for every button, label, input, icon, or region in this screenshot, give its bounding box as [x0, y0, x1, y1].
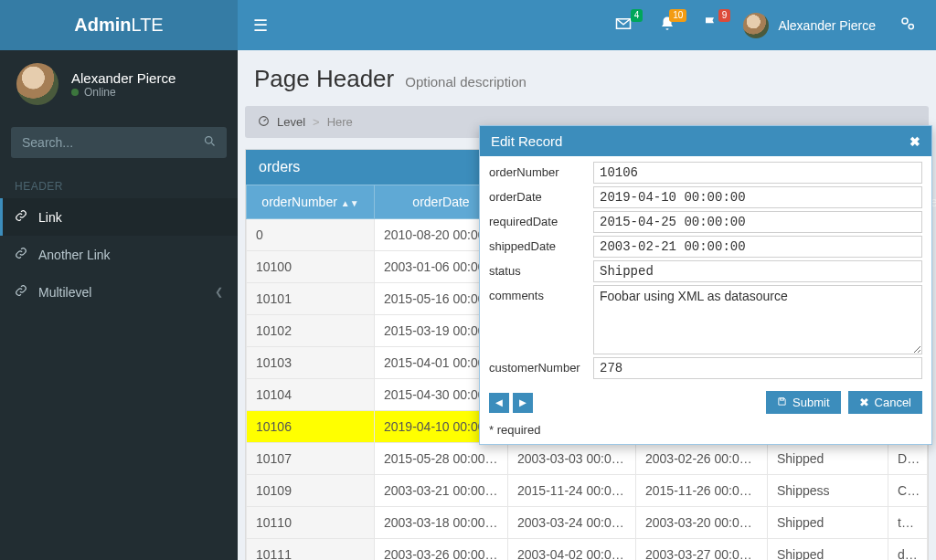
- input-requireddate[interactable]: [593, 211, 922, 233]
- table-row[interactable]: 101112003-03-26 00:00:002003-04-02 00:00…: [247, 539, 928, 561]
- messages-badge: 4: [631, 9, 644, 22]
- sidebar-item-label: Multilevel: [38, 285, 91, 300]
- caret-left-icon: ◄: [494, 396, 505, 409]
- brand-bold: Admin: [74, 15, 131, 35]
- required-note: * required: [480, 419, 931, 444]
- table-cell: 10103: [247, 347, 375, 379]
- table-cell: 2003-03-24 00:00:00: [508, 507, 636, 539]
- sidebar-user-status[interactable]: Online: [71, 86, 176, 99]
- input-ordernumber[interactable]: [593, 162, 922, 184]
- save-icon: [777, 396, 787, 409]
- table-cell: Shipped: [768, 539, 888, 561]
- table-cell: 2003-04-02 00:00:00: [508, 539, 636, 561]
- label-shippeddate: shippedDate: [489, 236, 593, 253]
- next-record-button[interactable]: ►: [513, 393, 533, 413]
- table-cell: 2003-03-26 00:00:00: [375, 539, 508, 561]
- svg-rect-4: [781, 398, 784, 400]
- avatar: [743, 13, 769, 38]
- input-comments[interactable]: [593, 285, 922, 354]
- table-cell: Diffic: [888, 443, 928, 475]
- table-cell: 2003-03-21 00:00:00: [375, 475, 508, 507]
- tasks-button[interactable]: 9: [699, 11, 723, 40]
- sidebar-user-name: Alexander Pierce: [71, 70, 176, 86]
- dashboard-icon: [258, 115, 270, 129]
- label-comments: comments: [489, 285, 593, 302]
- close-icon: ✖: [909, 134, 920, 149]
- link-icon: [15, 284, 27, 300]
- table-row[interactable]: 101072015-05-28 00:00:002003-03-03 00:00…: [247, 443, 928, 475]
- label-status: status: [489, 260, 593, 278]
- table-cell: Shipped: [768, 443, 888, 475]
- col-ordernumber[interactable]: orderNumber▲▼: [247, 185, 375, 219]
- sidebar-section-header: HEADER: [0, 171, 238, 198]
- dialog-title: Edit Record: [491, 133, 562, 149]
- input-customernumber[interactable]: [593, 357, 922, 379]
- table-row[interactable]: 101092003-03-21 00:00:002015-11-24 00:00…: [247, 475, 928, 507]
- label-requireddate: requiredDate: [489, 211, 593, 228]
- table-cell: test's: [888, 507, 928, 539]
- table-cell: 10107: [247, 443, 375, 475]
- table-cell: 2015-11-24 00:00:00: [508, 475, 636, 507]
- input-status[interactable]: [593, 260, 922, 282]
- close-icon: ✖: [859, 396, 869, 409]
- dialog-header[interactable]: Edit Record ✖: [480, 126, 931, 156]
- sidebar-item-label: Link: [38, 210, 62, 225]
- user-menu[interactable]: Alexander Pierce: [743, 13, 876, 38]
- table-cell: 2015-11-26 00:00:00: [636, 475, 768, 507]
- flag-icon: [703, 16, 719, 35]
- sidebar: Alexander Pierce Online HEADER Link Anot…: [0, 50, 238, 560]
- table-cell: Shippess: [768, 475, 888, 507]
- page-header: Page Header Optional description: [238, 50, 936, 100]
- search-button[interactable]: [193, 134, 227, 151]
- input-orderdate[interactable]: [593, 186, 922, 208]
- caret-right-icon: ►: [517, 396, 529, 409]
- table-cell: 10110: [247, 507, 375, 539]
- sidebar-item-another-link[interactable]: Another Link: [0, 236, 238, 273]
- envelope-icon: [615, 16, 632, 35]
- gears-icon: [899, 16, 916, 35]
- messages-button[interactable]: 4: [612, 11, 635, 40]
- breadcrumb-separator: >: [313, 115, 320, 129]
- table-cell: 2003-03-27 00:00:00: [636, 539, 768, 561]
- sidebar-search: [11, 127, 227, 158]
- notifications-button[interactable]: 10: [655, 11, 679, 40]
- notifications-badge: 10: [669, 9, 686, 22]
- svg-point-1: [909, 24, 913, 28]
- prev-record-button[interactable]: ◄: [489, 393, 509, 413]
- sidebar-toggle-button[interactable]: ☰: [238, 16, 283, 36]
- submit-button[interactable]: Submit: [766, 391, 840, 414]
- settings-button[interactable]: [896, 11, 920, 40]
- table-cell: Cust: [888, 475, 928, 507]
- svg-point-0: [902, 18, 908, 24]
- table-cell: 10104: [247, 379, 375, 411]
- page-subtitle: Optional description: [405, 74, 526, 90]
- label-orderdate: orderDate: [489, 186, 593, 204]
- search-input[interactable]: [11, 127, 193, 158]
- tasks-badge: 9: [718, 9, 731, 22]
- user-name-label: Alexander Pierce: [778, 18, 876, 33]
- table-cell: 2015-05-28 00:00:00: [375, 443, 508, 475]
- sidebar-user-panel: Alexander Pierce Online: [0, 50, 238, 118]
- label-customernumber: customerNumber: [489, 357, 593, 375]
- brand-logo[interactable]: AdminLTE: [0, 0, 238, 50]
- input-shippeddate[interactable]: [593, 236, 922, 258]
- table-row[interactable]: 101102003-03-18 00:00:002003-03-24 00:00…: [247, 507, 928, 539]
- table-cell: 2003-03-20 00:00:00: [636, 507, 768, 539]
- sidebar-item-link[interactable]: Link: [0, 198, 238, 236]
- breadcrumb-level[interactable]: Level: [277, 115, 305, 129]
- table-cell: 0: [247, 219, 375, 251]
- chevron-left-icon: ❮: [215, 286, 223, 298]
- online-dot-icon: [71, 89, 79, 96]
- sort-icon: ▲▼: [341, 198, 359, 208]
- sidebar-item-multilevel[interactable]: Multilevel ❮: [0, 273, 238, 311]
- page-title: Page Header: [254, 65, 394, 93]
- cancel-button[interactable]: ✖Cancel: [848, 391, 922, 414]
- sidebar-item-label: Another Link: [38, 248, 111, 262]
- dialog-close-button[interactable]: ✖: [909, 134, 920, 149]
- table-cell: 10100: [247, 251, 375, 283]
- table-cell: 2003-03-03 00:00:00: [508, 443, 636, 475]
- table-cell: Shipped: [768, 507, 888, 539]
- avatar: [16, 63, 58, 105]
- table-cell: 10111: [247, 539, 375, 561]
- search-icon: [203, 136, 217, 151]
